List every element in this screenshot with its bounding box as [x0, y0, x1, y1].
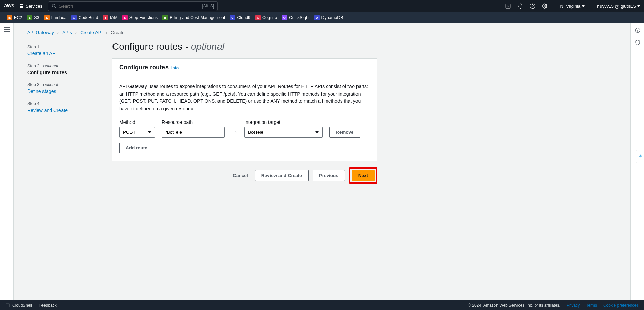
service-label: QuickSight	[289, 15, 309, 20]
breadcrumb-link[interactable]: Create API	[80, 30, 102, 35]
step-link[interactable]: Define stages	[27, 88, 56, 94]
service-icon: C	[71, 15, 77, 20]
step-link[interactable]: Review and Create	[27, 108, 68, 113]
integration-target-select[interactable]: BotTele	[244, 127, 323, 138]
service-label: Step Functions	[129, 15, 158, 20]
service-icon: S	[122, 15, 128, 20]
service-shortcut[interactable]: CCloud9	[230, 15, 250, 20]
service-shortcut[interactable]: IIAM	[103, 15, 118, 20]
step-number: Step 3 - optional	[27, 82, 99, 87]
caret-down-icon	[148, 131, 151, 133]
settings-icon[interactable]	[542, 3, 548, 9]
service-shortcut[interactable]: SS3	[27, 15, 39, 20]
service-shortcut[interactable]: EEC2	[7, 15, 22, 20]
service-label: Lambda	[51, 15, 67, 20]
step-link[interactable]: Create an API	[27, 51, 57, 56]
step-title-current: Configure routes	[27, 70, 99, 75]
step-number: Step 2 - optional	[27, 64, 99, 68]
account-menu[interactable]: huyvv15 @ glutis15	[597, 4, 640, 9]
service-label: DynamoDB	[321, 15, 343, 20]
wizard-actions: Cancel Review and Create Previous Next	[112, 167, 377, 184]
next-button[interactable]: Next	[352, 170, 375, 181]
service-shortcut[interactable]: CCognito	[255, 15, 277, 20]
configure-routes-panel: Configure routes Info API Gateway uses r…	[112, 58, 377, 161]
breadcrumb: API Gateway›APIs›Create API›Create	[27, 30, 617, 35]
service-icon: I	[103, 15, 108, 20]
wizard-step: Step 4Review and Create	[27, 98, 99, 117]
service-icon: S	[27, 15, 32, 20]
page-title: Configure routes - optional	[112, 41, 377, 52]
search-shortcut: [Alt+S]	[202, 4, 214, 9]
service-shortcut[interactable]: QQuickSight	[282, 15, 309, 20]
service-shortcut[interactable]: BBilling and Cost Management	[162, 15, 225, 20]
copyright: © 2024, Amazon Web Services, Inc. or its…	[468, 303, 560, 308]
security-panel-icon[interactable]	[634, 39, 641, 47]
svg-rect-2	[506, 4, 510, 8]
service-icon: E	[7, 15, 12, 20]
help-icon[interactable]	[529, 3, 536, 9]
wizard-step: Step 2 - optionalConfigure routes	[27, 60, 99, 79]
service-shortcut[interactable]: DDynamoDB	[314, 15, 343, 20]
previous-button[interactable]: Previous	[313, 170, 345, 181]
breadcrumb-current: Create	[111, 30, 125, 35]
svg-line-1	[55, 7, 56, 8]
privacy-link[interactable]: Privacy	[567, 303, 580, 308]
search-input[interactable]	[59, 4, 202, 9]
caret-down-icon	[582, 5, 585, 7]
service-label: S3	[34, 15, 39, 20]
cloudshell-link[interactable]: CloudShell	[5, 303, 32, 308]
info-link[interactable]: Info	[171, 66, 179, 70]
chevron-right-icon: ›	[75, 30, 77, 35]
feedback-link[interactable]: Feedback	[39, 303, 57, 308]
hamburger-icon[interactable]	[4, 27, 10, 32]
service-label: Cognito	[262, 15, 277, 20]
service-label: Billing and Cost Management	[170, 15, 225, 20]
services-menu[interactable]: Services	[20, 4, 42, 9]
remove-button[interactable]: Remove	[329, 127, 360, 138]
svg-point-0	[52, 4, 55, 7]
method-label: Method	[119, 119, 155, 125]
next-button-highlight: Next	[349, 167, 377, 184]
chevron-right-icon: ›	[106, 30, 108, 35]
service-shortcut[interactable]: CCodeBuild	[71, 15, 98, 20]
notifications-icon[interactable]	[517, 3, 523, 9]
resource-path-input[interactable]	[166, 130, 221, 135]
help-tab[interactable]	[636, 150, 644, 163]
cookie-preferences-link[interactable]: Cookie preferences	[603, 303, 639, 308]
service-icon: D	[314, 15, 320, 20]
svg-rect-6	[6, 304, 10, 307]
caret-down-icon	[315, 131, 319, 133]
footer: CloudShell Feedback © 2024, Amazon Web S…	[0, 300, 644, 310]
route-row: Method POST Resource path	[119, 119, 370, 138]
services-label: Services	[25, 4, 42, 9]
service-label: EC2	[14, 15, 22, 20]
add-route-button[interactable]: Add route	[119, 143, 154, 153]
region-selector[interactable]: N. Virginia	[560, 4, 585, 9]
left-rail	[0, 23, 14, 300]
service-icon: C	[230, 15, 235, 20]
arrow-icon: →	[231, 129, 238, 138]
caret-down-icon	[637, 5, 640, 7]
path-label: Resource path	[162, 119, 225, 125]
service-icon: Q	[282, 15, 287, 20]
cloudshell-icon[interactable]	[505, 3, 511, 9]
service-shortcut[interactable]: LLambda	[44, 15, 67, 20]
review-and-create-button[interactable]: Review and Create	[255, 170, 309, 181]
method-select[interactable]: POST	[119, 127, 155, 138]
global-search[interactable]: [Alt+S]	[48, 1, 218, 11]
step-number: Step 1	[27, 45, 99, 49]
terms-link[interactable]: Terms	[586, 303, 597, 308]
service-label: Cloud9	[237, 15, 250, 20]
breadcrumb-link[interactable]: APIs	[62, 30, 72, 35]
service-icon: B	[162, 15, 168, 20]
info-panel-icon[interactable]	[634, 27, 641, 35]
path-input-wrap	[162, 127, 225, 138]
cancel-button[interactable]: Cancel	[230, 173, 250, 178]
service-shortcut[interactable]: SStep Functions	[122, 15, 158, 20]
service-icon: L	[44, 15, 50, 20]
top-nav: aws Services [Alt+S] N. Virginia huyvv15…	[0, 0, 644, 12]
aws-logo[interactable]: aws	[4, 3, 14, 9]
step-number: Step 4	[27, 101, 99, 106]
breadcrumb-link[interactable]: API Gateway	[27, 30, 54, 35]
search-icon	[52, 4, 56, 9]
